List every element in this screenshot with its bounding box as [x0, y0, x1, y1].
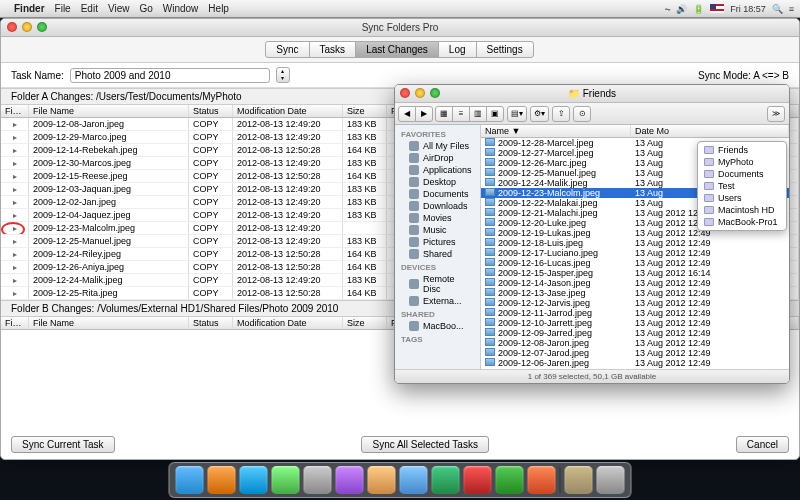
col-date[interactable]: Modification Date	[233, 105, 343, 117]
sidebar-item[interactable]: Remote Disc	[395, 273, 480, 295]
menubar: Finder File Edit View Go Window Help ⏦ 🔊…	[0, 0, 800, 18]
list-item[interactable]: 2009-12-10-Jarrett.jpeg13 Aug 2012 12:49	[481, 318, 789, 328]
list-item[interactable]: 2009-12-13-Jase.jpeg13 Aug 2012 12:49	[481, 288, 789, 298]
list-item[interactable]: 2009-12-15-Jasper.jpeg13 Aug 2012 16:14	[481, 268, 789, 278]
col-status[interactable]: Status	[189, 105, 233, 117]
tab-settings[interactable]: Settings	[476, 41, 534, 58]
finder-window[interactable]: 📁 Friends ◀ ▶ ▦ ≡ ▥ ▣ ▤▾ ⚙▾ ⇪ ⊙ ≫ FAVORI…	[394, 84, 790, 384]
dock-app[interactable]	[368, 466, 396, 494]
sidebar-item[interactable]: Music	[395, 224, 480, 236]
cancel-button[interactable]: Cancel	[736, 436, 789, 453]
list-item[interactable]: 2009-12-16-Lucas.jpeg13 Aug 2012 12:49	[481, 258, 789, 268]
col-size[interactable]: Size	[343, 105, 387, 117]
menubar-clock[interactable]: Fri 18:57	[730, 4, 766, 14]
finder-title: Friends	[583, 88, 616, 99]
list-item[interactable]: 2009-12-18-Luis.jpeg13 Aug 2012 12:49	[481, 238, 789, 248]
path-item[interactable]: MacBook-Pro1	[700, 216, 784, 228]
dock-app[interactable]	[336, 466, 364, 494]
task-stepper[interactable]: ▴▾	[276, 67, 290, 83]
path-item[interactable]: Users	[700, 192, 784, 204]
dock-app[interactable]	[272, 466, 300, 494]
path-item[interactable]: Documents	[700, 168, 784, 180]
finder-minimize-button[interactable]	[415, 88, 425, 98]
menu-app[interactable]: Finder	[14, 3, 45, 14]
list-item[interactable]: 2009-12-11-Jarrod.jpeg13 Aug 2012 12:49	[481, 308, 789, 318]
battery-icon[interactable]: 🔋	[693, 4, 704, 14]
sync-all-button[interactable]: Sync All Selected Tasks	[361, 436, 488, 453]
list-item[interactable]: 2009-12-06-Jaren.jpeg13 Aug 2012 12:49	[481, 358, 789, 368]
col-filename[interactable]: File Name	[29, 105, 189, 117]
menu-file[interactable]: File	[55, 3, 71, 14]
list-item[interactable]: 2009-12-17-Luciano.jpeg13 Aug 2012 12:49	[481, 248, 789, 258]
dock-trash[interactable]	[597, 466, 625, 494]
sidebar-item[interactable]: Movies	[395, 212, 480, 224]
action-button[interactable]: ⚙▾	[530, 106, 549, 122]
dock-app[interactable]	[240, 466, 268, 494]
share-button[interactable]: ⇪	[552, 106, 570, 122]
tab-tasks[interactable]: Tasks	[309, 41, 357, 58]
menu-view[interactable]: View	[108, 3, 130, 14]
sync-current-button[interactable]: Sync Current Task	[11, 436, 115, 453]
path-item[interactable]: Macintosh HD	[700, 204, 784, 216]
list-item[interactable]: 2009-12-09-Jarred.jpeg13 Aug 2012 12:49	[481, 328, 789, 338]
dock-folder[interactable]	[565, 466, 593, 494]
finder-close-button[interactable]	[400, 88, 410, 98]
dock-app[interactable]	[432, 466, 460, 494]
view-list-button[interactable]: ≡	[452, 106, 470, 122]
back-button[interactable]: ◀	[398, 106, 416, 122]
path-item[interactable]: Test	[700, 180, 784, 192]
view-icon-button[interactable]: ▦	[435, 106, 453, 122]
dock-app[interactable]	[208, 466, 236, 494]
tags-button[interactable]: ⊙	[573, 106, 591, 122]
menu-edit[interactable]: Edit	[81, 3, 98, 14]
tab-log[interactable]: Log	[438, 41, 477, 58]
toolbar-overflow[interactable]: ≫	[767, 106, 785, 122]
menu-window[interactable]: Window	[163, 3, 199, 14]
list-item[interactable]: 2009-12-12-Jarvis.jpeg13 Aug 2012 12:49	[481, 298, 789, 308]
path-popover[interactable]: FriendsMyPhotoDocumentsTestUsersMacintos…	[697, 141, 787, 231]
minimize-button[interactable]	[22, 22, 32, 32]
path-item[interactable]: Friends	[700, 144, 784, 156]
sidebar-item[interactable]: Pictures	[395, 236, 480, 248]
dock-app[interactable]	[464, 466, 492, 494]
window-titlebar[interactable]: Sync Folders Pro	[1, 19, 799, 37]
finder-col-date[interactable]: Date Mo	[631, 125, 789, 137]
finder-col-name[interactable]: Name ▼	[481, 125, 631, 137]
path-item[interactable]: MyPhoto	[700, 156, 784, 168]
dock-app[interactable]	[528, 466, 556, 494]
task-name-input[interactable]	[70, 68, 270, 83]
sidebar-item[interactable]: Downloads	[395, 200, 480, 212]
tab-sync[interactable]: Sync	[265, 41, 309, 58]
volume-icon[interactable]: 🔊	[676, 4, 687, 14]
dock-app[interactable]	[496, 466, 524, 494]
sidebar-item[interactable]: All My Files	[395, 140, 480, 152]
input-flag-icon[interactable]	[710, 4, 724, 13]
list-item[interactable]: 2009-12-08-Jaron.jpeg13 Aug 2012 12:49	[481, 338, 789, 348]
dock-finder[interactable]	[176, 466, 204, 494]
notification-icon[interactable]: ≡	[789, 4, 794, 14]
menu-help[interactable]: Help	[208, 3, 229, 14]
zoom-button[interactable]	[37, 22, 47, 32]
spotlight-icon[interactable]: 🔍	[772, 4, 783, 14]
col-finder[interactable]: Finder	[1, 105, 29, 117]
arrange-button[interactable]: ▤▾	[507, 106, 527, 122]
view-cover-button[interactable]: ▣	[486, 106, 504, 122]
finder-zoom-button[interactable]	[430, 88, 440, 98]
sidebar-item[interactable]: Documents	[395, 188, 480, 200]
dock-app[interactable]	[304, 466, 332, 494]
sidebar-item[interactable]: MacBoo...	[395, 320, 480, 332]
sidebar-item[interactable]: Externa...	[395, 295, 480, 307]
sidebar-item[interactable]: Applications	[395, 164, 480, 176]
close-button[interactable]	[7, 22, 17, 32]
forward-button[interactable]: ▶	[415, 106, 433, 122]
sidebar-item[interactable]: Shared	[395, 248, 480, 260]
list-item[interactable]: 2009-12-14-Jason.jpeg13 Aug 2012 12:49	[481, 278, 789, 288]
list-item[interactable]: 2009-12-07-Jarod.jpeg13 Aug 2012 12:49	[481, 348, 789, 358]
sidebar-item[interactable]: Desktop	[395, 176, 480, 188]
wifi-icon[interactable]: ⏦	[665, 4, 670, 14]
sidebar-item[interactable]: AirDrop	[395, 152, 480, 164]
tab-last-changes[interactable]: Last Changes	[355, 41, 439, 58]
menu-go[interactable]: Go	[139, 3, 152, 14]
dock-app[interactable]	[400, 466, 428, 494]
view-column-button[interactable]: ▥	[469, 106, 487, 122]
